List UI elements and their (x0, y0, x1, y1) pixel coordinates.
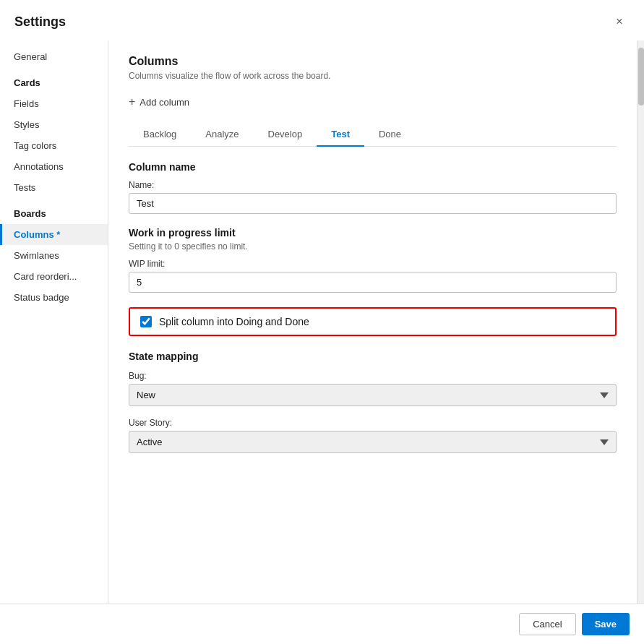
tab-backlog[interactable]: Backlog (129, 123, 191, 147)
tab-done[interactable]: Done (364, 123, 416, 147)
split-checkbox[interactable] (140, 316, 152, 327)
split-checkbox-row: Split column into Doing and Done (129, 307, 617, 336)
wip-label: WIP limit: (129, 259, 617, 269)
dialog-title: Settings (14, 14, 66, 30)
dialog-footer: Cancel Save (0, 604, 644, 644)
tab-test[interactable]: Test (317, 123, 364, 147)
save-button[interactable]: Save (582, 613, 630, 635)
wip-section-title: Work in progress limit (129, 227, 617, 239)
split-checkbox-label: Split column into Doing and Done (159, 316, 309, 327)
sidebar-item-columns[interactable]: Columns * (0, 224, 108, 245)
column-name-section: Column name (129, 161, 617, 173)
columns-subtitle: Columns visualize the flow of work acros… (129, 71, 617, 81)
bug-select[interactable]: New Active Resolved Closed (129, 384, 617, 406)
scrollbar-thumb[interactable] (638, 48, 644, 106)
sidebar-section-cards: Cards (0, 67, 108, 93)
sidebar-item-annotations[interactable]: Annotations (0, 156, 108, 177)
sidebar-item-tag-colors[interactable]: Tag colors (0, 135, 108, 156)
settings-dialog: Settings × General Cards Fields Styles T… (0, 0, 644, 644)
wip-input[interactable] (129, 272, 617, 293)
sidebar-item-fields[interactable]: Fields (0, 93, 108, 114)
sidebar-item-card-reordering[interactable]: Card reorderi... (0, 266, 108, 287)
sidebar-item-tests[interactable]: Tests (0, 177, 108, 198)
bug-label: Bug: (129, 371, 617, 381)
tab-analyze[interactable]: Analyze (191, 123, 253, 147)
close-button[interactable]: × (609, 12, 630, 32)
tab-develop[interactable]: Develop (254, 123, 317, 147)
name-input[interactable] (129, 193, 617, 214)
dialog-body: General Cards Fields Styles Tag colors A… (0, 40, 644, 604)
scrollbar-track (637, 40, 644, 604)
main-content: Columns Columns visualize the flow of wo… (108, 40, 637, 604)
sidebar-item-general[interactable]: General (0, 46, 108, 67)
sidebar-section-boards: Boards (0, 198, 108, 224)
cancel-button[interactable]: Cancel (519, 613, 575, 635)
sidebar-item-status-badge[interactable]: Status badge (0, 287, 108, 308)
wip-subtitle: Setting it to 0 specifies no limit. (129, 241, 617, 252)
state-mapping-title: State mapping (129, 351, 617, 362)
plus-icon: + (129, 95, 135, 108)
sidebar-item-styles[interactable]: Styles (0, 114, 108, 135)
add-column-label: Add column (139, 97, 189, 108)
dialog-header: Settings × (0, 0, 644, 40)
add-column-button[interactable]: + Add column (129, 93, 189, 111)
user-story-label: User Story: (129, 418, 617, 428)
user-story-select[interactable]: Active New Resolved Closed (129, 431, 617, 453)
tabs-row: Backlog Analyze Develop Test Done (129, 123, 617, 147)
sidebar: General Cards Fields Styles Tag colors A… (0, 40, 108, 604)
sidebar-item-swimlanes[interactable]: Swimlanes (0, 245, 108, 266)
columns-title: Columns (129, 55, 617, 68)
name-label: Name: (129, 180, 617, 190)
